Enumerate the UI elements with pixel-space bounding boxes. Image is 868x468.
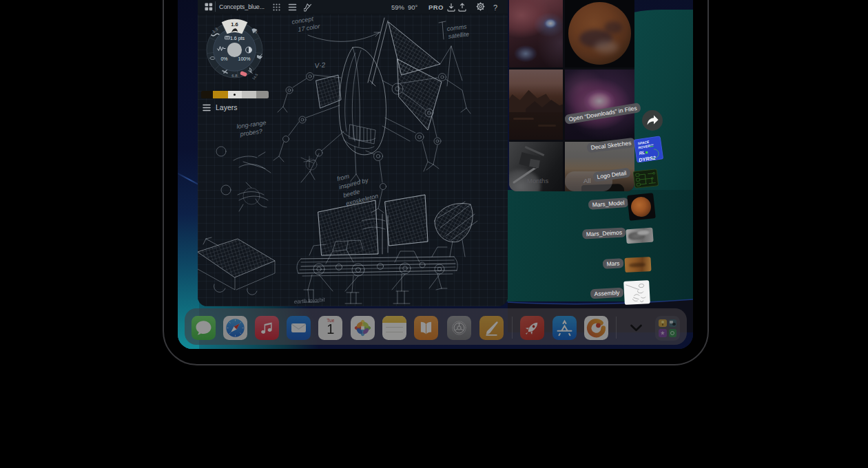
svg-text:0%: 0% [220,56,227,61]
svg-text:1.6 pts: 1.6 pts [230,36,245,41]
svg-text:■: ■ [645,149,648,154]
svg-text:1.6: 1.6 [231,21,238,28]
svg-text:100%: 100% [238,56,251,61]
svg-text:14.5: 14.5 [251,72,259,81]
svg-text:6.8: 6.8 [231,74,238,78]
